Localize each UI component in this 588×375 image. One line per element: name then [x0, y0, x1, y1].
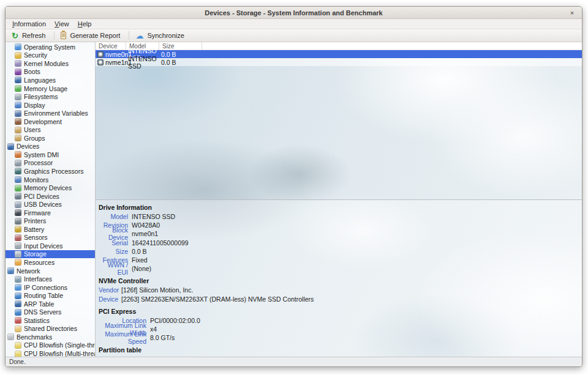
status-bar: Done.: [6, 357, 582, 366]
sidebar-item-label: Resources: [24, 259, 55, 266]
close-icon[interactable]: ×: [568, 9, 576, 17]
sidebar-item-label: IP Connections: [24, 284, 67, 291]
sidebar-item-memory-devices[interactable]: Memory Devices: [6, 184, 95, 192]
sidebar-item-label: Benchmarks: [17, 333, 52, 341]
sidebar-item-monitors[interactable]: Monitors: [6, 176, 95, 184]
sidebar-item-label: Monitors: [24, 176, 48, 184]
sidebar-item-label: Routing Table: [24, 292, 63, 299]
sidebar-item-users[interactable]: Users: [6, 125, 95, 134]
sidebar-item-languages[interactable]: Languages: [6, 76, 95, 84]
sidebar-item-filesystems[interactable]: Filesystems: [6, 92, 95, 101]
monitors-icon: [15, 176, 21, 183]
sidebar-item-usb-devices[interactable]: USB Devices: [6, 200, 95, 209]
title-bar: Devices - Storage - System Information a…: [6, 7, 582, 19]
detail-value: gpt: [145, 355, 157, 357]
sidebar-item-network[interactable]: Network: [6, 267, 95, 275]
sidebar-item-devices[interactable]: Devices: [6, 143, 95, 151]
sidebar-item-cpu-blowfish-single-thread[interactable]: CPU Blowfish (Single-thread): [6, 341, 95, 350]
details-section-drive-information: Drive InformationModelINTENSO SSDRevisio…: [99, 204, 582, 273]
sensors-icon: [15, 234, 21, 241]
refresh-icon: ↻: [12, 32, 18, 40]
column-header-device[interactable]: Device: [96, 42, 126, 50]
details-section-nvme-controller: NVMe ControllerVendor[126f] Silicon Moti…: [99, 277, 582, 303]
detail-label: Model: [99, 213, 128, 220]
storage-icon: [15, 251, 21, 258]
security-icon: [15, 52, 21, 59]
operating-system-icon: [15, 43, 21, 50]
sidebar-item-processor[interactable]: Processor: [6, 159, 95, 168]
sidebar-item-pci-devices[interactable]: PCI Devices: [6, 192, 95, 201]
sidebar-item-resources[interactable]: Resources: [6, 258, 95, 267]
sidebar-item-graphics-processors[interactable]: Graphics Processors: [6, 167, 95, 176]
sidebar-item-benchmarks[interactable]: Benchmarks: [6, 333, 95, 341]
statistics-icon: [15, 317, 21, 324]
sidebar-item-sensors[interactable]: Sensors: [6, 234, 95, 242]
sidebar-item-kernel-modules[interactable]: Kernel Modules: [6, 59, 95, 68]
sidebar-item-boots[interactable]: Boots: [6, 68, 95, 76]
detail-row: ModelINTENSO SSD: [99, 212, 582, 221]
sidebar-item-dns-servers[interactable]: DNS Servers: [6, 308, 95, 317]
detail-row: Size0.0 B: [99, 247, 582, 256]
toolbar-separator: [54, 31, 55, 40]
development-icon: [15, 118, 21, 125]
sidebar-item-security[interactable]: Security: [6, 51, 95, 60]
sidebar-item-operating-system[interactable]: Operating System: [6, 43, 95, 51]
sidebar-item-label: Security: [24, 51, 47, 59]
cpu-blowfish-multi-thread-icon: [15, 351, 21, 357]
sidebar-item-printers[interactable]: Printers: [6, 217, 95, 225]
detail-label: Vendor: [99, 286, 118, 294]
size-cell: 0.0 B: [159, 51, 176, 58]
sidebar-item-display[interactable]: Display: [6, 101, 95, 110]
sidebar-item-development[interactable]: Development: [6, 117, 95, 126]
sidebar-item-label: Development: [24, 118, 62, 125]
model-cell: INTENSO SSD: [126, 55, 159, 70]
menu-item-help[interactable]: Help: [74, 20, 96, 28]
table-row[interactable]: nvme0n1INTENSO SSD0.0 B: [96, 50, 582, 58]
detail-row: Serial1642411005000099: [99, 239, 582, 247]
sidebar-item-label: Kernel Modules: [24, 60, 69, 67]
sidebar-item-battery[interactable]: Battery: [6, 225, 95, 234]
sidebar-item-input-devices[interactable]: Input Devices: [6, 242, 95, 250]
toolbar-button-synchronize[interactable]: ☁Synchronize: [130, 29, 192, 42]
device-table-body: nvme0n1INTENSO SSD0.0 Bnvme1n1INTENSO SS…: [96, 50, 582, 66]
sidebar-item-label: Processor: [24, 159, 53, 166]
sidebar-item-system-dmi[interactable]: System DMI: [6, 150, 95, 159]
dns-servers-icon: [15, 309, 21, 316]
memory-usage-icon: [15, 85, 21, 92]
sidebar-item-label: Groups: [24, 135, 45, 142]
sidebar-item-label: Languages: [24, 76, 56, 84]
sidebar-item-ip-connections[interactable]: IP Connections: [6, 283, 95, 292]
sidebar-item-label: USB Devices: [24, 201, 62, 208]
detail-value: PCI/0000:02:00.0: [146, 317, 200, 324]
sidebar-item-label: Sensors: [24, 234, 48, 241]
menu-bar: InformationViewHelp: [6, 19, 582, 29]
display-icon: [15, 102, 21, 108]
sidebar-item-label: Interfaces: [24, 275, 52, 283]
sidebar-item-label: System DMI: [24, 151, 59, 158]
cpu-blowfish-single-thread-icon: [15, 342, 21, 349]
sidebar-item-label: Memory Devices: [24, 184, 72, 191]
sidebar-item-memory-usage[interactable]: Memory Usage: [6, 84, 95, 93]
window-title: Devices - Storage - System Information a…: [205, 9, 382, 17]
sidebar-item-firmware[interactable]: Firmware: [6, 209, 95, 217]
details-panel[interactable]: Drive InformationModelINTENSO SSDRevisio…: [96, 199, 582, 357]
toolbar-button-refresh[interactable]: ↻Refresh: [7, 29, 53, 42]
toolbar-button-generate-report[interactable]: Generate Report: [56, 29, 127, 42]
sidebar-item-shared-directories[interactable]: Shared Directories: [6, 325, 95, 333]
menu-item-information[interactable]: Information: [8, 20, 50, 28]
device-table-header: DeviceModelSize: [96, 42, 582, 50]
detail-row: WWN / EUI(None): [99, 264, 582, 273]
menu-item-view[interactable]: View: [50, 20, 74, 28]
sidebar-item-arp-table[interactable]: ARP Table: [6, 300, 95, 308]
sidebar-item-groups[interactable]: Groups: [6, 134, 95, 143]
table-row[interactable]: nvme1n1INTENSO SSD0.0 B: [96, 58, 582, 66]
sidebar-item-cpu-blowfish-multi-thread[interactable]: CPU Blowfish (Multi-thread): [6, 349, 95, 357]
sidebar-item-interfaces[interactable]: Interfaces: [6, 275, 95, 283]
sidebar-item-environment-variables[interactable]: Environment Variables: [6, 109, 95, 117]
sidebar-item-statistics[interactable]: Statistics: [6, 316, 95, 325]
column-header-size[interactable]: Size: [159, 42, 202, 50]
section-title: Partition table: [99, 346, 582, 355]
sidebar-item-routing-table[interactable]: Routing Table: [6, 291, 95, 300]
content-area: Operating SystemSecurityKernel ModulesBo…: [6, 42, 582, 357]
sidebar-item-storage[interactable]: Storage: [6, 250, 95, 259]
